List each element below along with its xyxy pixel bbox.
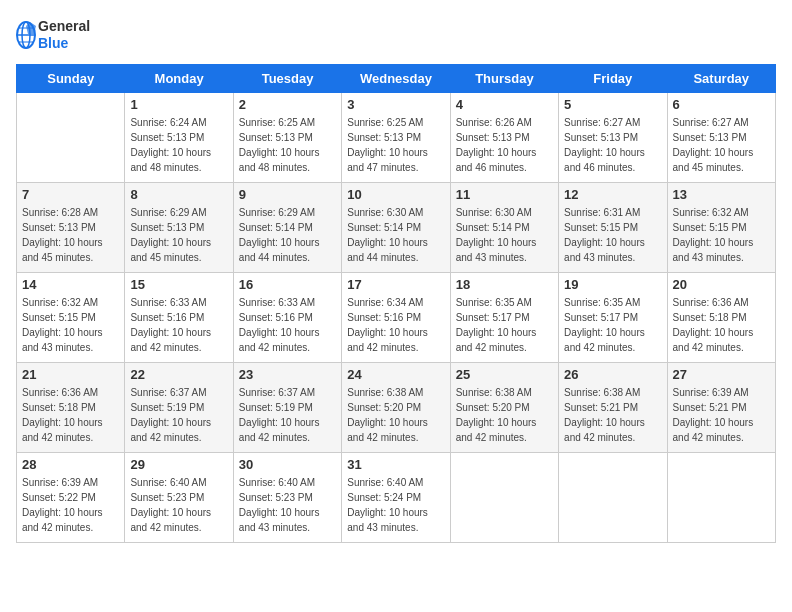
calendar-cell	[667, 453, 775, 543]
day-number: 17	[347, 277, 444, 292]
day-number: 16	[239, 277, 336, 292]
day-number: 6	[673, 97, 770, 112]
day-number: 19	[564, 277, 661, 292]
calendar-week-row: 28Sunrise: 6:39 AMSunset: 5:22 PMDayligh…	[17, 453, 776, 543]
day-info: Sunrise: 6:32 AMSunset: 5:15 PMDaylight:…	[22, 295, 119, 355]
day-number: 7	[22, 187, 119, 202]
day-info: Sunrise: 6:39 AMSunset: 5:21 PMDaylight:…	[673, 385, 770, 445]
weekday-header-friday: Friday	[559, 65, 667, 93]
day-number: 14	[22, 277, 119, 292]
day-info: Sunrise: 6:38 AMSunset: 5:21 PMDaylight:…	[564, 385, 661, 445]
calendar-cell: 27Sunrise: 6:39 AMSunset: 5:21 PMDayligh…	[667, 363, 775, 453]
day-info: Sunrise: 6:35 AMSunset: 5:17 PMDaylight:…	[456, 295, 553, 355]
day-info: Sunrise: 6:33 AMSunset: 5:16 PMDaylight:…	[239, 295, 336, 355]
calendar-cell: 8Sunrise: 6:29 AMSunset: 5:13 PMDaylight…	[125, 183, 233, 273]
day-info: Sunrise: 6:27 AMSunset: 5:13 PMDaylight:…	[673, 115, 770, 175]
day-info: Sunrise: 6:40 AMSunset: 5:23 PMDaylight:…	[239, 475, 336, 535]
day-number: 5	[564, 97, 661, 112]
weekday-header-saturday: Saturday	[667, 65, 775, 93]
day-info: Sunrise: 6:37 AMSunset: 5:19 PMDaylight:…	[239, 385, 336, 445]
day-info: Sunrise: 6:25 AMSunset: 5:13 PMDaylight:…	[347, 115, 444, 175]
day-number: 13	[673, 187, 770, 202]
day-number: 1	[130, 97, 227, 112]
calendar-cell: 29Sunrise: 6:40 AMSunset: 5:23 PMDayligh…	[125, 453, 233, 543]
day-number: 21	[22, 367, 119, 382]
calendar-cell: 25Sunrise: 6:38 AMSunset: 5:20 PMDayligh…	[450, 363, 558, 453]
calendar-cell: 16Sunrise: 6:33 AMSunset: 5:16 PMDayligh…	[233, 273, 341, 363]
calendar-cell	[17, 93, 125, 183]
weekday-header-tuesday: Tuesday	[233, 65, 341, 93]
day-info: Sunrise: 6:29 AMSunset: 5:14 PMDaylight:…	[239, 205, 336, 265]
weekday-header-sunday: Sunday	[17, 65, 125, 93]
calendar-cell: 31Sunrise: 6:40 AMSunset: 5:24 PMDayligh…	[342, 453, 450, 543]
calendar-cell: 22Sunrise: 6:37 AMSunset: 5:19 PMDayligh…	[125, 363, 233, 453]
day-number: 11	[456, 187, 553, 202]
day-number: 15	[130, 277, 227, 292]
logo-blue: Blue	[38, 35, 90, 52]
day-number: 8	[130, 187, 227, 202]
day-number: 23	[239, 367, 336, 382]
day-info: Sunrise: 6:40 AMSunset: 5:24 PMDaylight:…	[347, 475, 444, 535]
calendar-cell: 23Sunrise: 6:37 AMSunset: 5:19 PMDayligh…	[233, 363, 341, 453]
logo-globe-icon	[16, 16, 36, 54]
day-info: Sunrise: 6:24 AMSunset: 5:13 PMDaylight:…	[130, 115, 227, 175]
logo: General Blue	[16, 16, 90, 54]
day-number: 28	[22, 457, 119, 472]
day-info: Sunrise: 6:27 AMSunset: 5:13 PMDaylight:…	[564, 115, 661, 175]
header: General Blue	[16, 16, 776, 54]
day-number: 18	[456, 277, 553, 292]
calendar-cell: 2Sunrise: 6:25 AMSunset: 5:13 PMDaylight…	[233, 93, 341, 183]
calendar-cell: 11Sunrise: 6:30 AMSunset: 5:14 PMDayligh…	[450, 183, 558, 273]
weekday-header-wednesday: Wednesday	[342, 65, 450, 93]
day-info: Sunrise: 6:38 AMSunset: 5:20 PMDaylight:…	[347, 385, 444, 445]
day-number: 24	[347, 367, 444, 382]
calendar-cell: 28Sunrise: 6:39 AMSunset: 5:22 PMDayligh…	[17, 453, 125, 543]
calendar-cell: 5Sunrise: 6:27 AMSunset: 5:13 PMDaylight…	[559, 93, 667, 183]
calendar-cell: 7Sunrise: 6:28 AMSunset: 5:13 PMDaylight…	[17, 183, 125, 273]
day-info: Sunrise: 6:39 AMSunset: 5:22 PMDaylight:…	[22, 475, 119, 535]
day-info: Sunrise: 6:30 AMSunset: 5:14 PMDaylight:…	[347, 205, 444, 265]
calendar-cell: 20Sunrise: 6:36 AMSunset: 5:18 PMDayligh…	[667, 273, 775, 363]
calendar-week-row: 21Sunrise: 6:36 AMSunset: 5:18 PMDayligh…	[17, 363, 776, 453]
day-number: 29	[130, 457, 227, 472]
day-number: 20	[673, 277, 770, 292]
day-info: Sunrise: 6:30 AMSunset: 5:14 PMDaylight:…	[456, 205, 553, 265]
weekday-header-monday: Monday	[125, 65, 233, 93]
calendar-cell: 14Sunrise: 6:32 AMSunset: 5:15 PMDayligh…	[17, 273, 125, 363]
calendar-table: SundayMondayTuesdayWednesdayThursdayFrid…	[16, 64, 776, 543]
day-info: Sunrise: 6:28 AMSunset: 5:13 PMDaylight:…	[22, 205, 119, 265]
day-number: 4	[456, 97, 553, 112]
calendar-cell: 19Sunrise: 6:35 AMSunset: 5:17 PMDayligh…	[559, 273, 667, 363]
day-info: Sunrise: 6:40 AMSunset: 5:23 PMDaylight:…	[130, 475, 227, 535]
calendar-cell: 6Sunrise: 6:27 AMSunset: 5:13 PMDaylight…	[667, 93, 775, 183]
calendar-cell: 24Sunrise: 6:38 AMSunset: 5:20 PMDayligh…	[342, 363, 450, 453]
day-number: 27	[673, 367, 770, 382]
calendar-cell: 26Sunrise: 6:38 AMSunset: 5:21 PMDayligh…	[559, 363, 667, 453]
day-number: 10	[347, 187, 444, 202]
day-info: Sunrise: 6:37 AMSunset: 5:19 PMDaylight:…	[130, 385, 227, 445]
day-number: 9	[239, 187, 336, 202]
calendar-cell: 18Sunrise: 6:35 AMSunset: 5:17 PMDayligh…	[450, 273, 558, 363]
calendar-cell: 10Sunrise: 6:30 AMSunset: 5:14 PMDayligh…	[342, 183, 450, 273]
day-info: Sunrise: 6:33 AMSunset: 5:16 PMDaylight:…	[130, 295, 227, 355]
calendar-cell	[450, 453, 558, 543]
logo-text: General Blue	[38, 18, 90, 52]
calendar-cell: 12Sunrise: 6:31 AMSunset: 5:15 PMDayligh…	[559, 183, 667, 273]
day-info: Sunrise: 6:38 AMSunset: 5:20 PMDaylight:…	[456, 385, 553, 445]
day-number: 31	[347, 457, 444, 472]
calendar-cell: 4Sunrise: 6:26 AMSunset: 5:13 PMDaylight…	[450, 93, 558, 183]
logo-general: General	[38, 18, 90, 35]
calendar-cell: 15Sunrise: 6:33 AMSunset: 5:16 PMDayligh…	[125, 273, 233, 363]
calendar-cell: 9Sunrise: 6:29 AMSunset: 5:14 PMDaylight…	[233, 183, 341, 273]
calendar-cell: 17Sunrise: 6:34 AMSunset: 5:16 PMDayligh…	[342, 273, 450, 363]
day-number: 12	[564, 187, 661, 202]
calendar-week-row: 14Sunrise: 6:32 AMSunset: 5:15 PMDayligh…	[17, 273, 776, 363]
day-info: Sunrise: 6:34 AMSunset: 5:16 PMDaylight:…	[347, 295, 444, 355]
day-number: 2	[239, 97, 336, 112]
day-number: 26	[564, 367, 661, 382]
day-info: Sunrise: 6:31 AMSunset: 5:15 PMDaylight:…	[564, 205, 661, 265]
day-info: Sunrise: 6:29 AMSunset: 5:13 PMDaylight:…	[130, 205, 227, 265]
day-info: Sunrise: 6:26 AMSunset: 5:13 PMDaylight:…	[456, 115, 553, 175]
logo-container: General Blue	[16, 16, 90, 54]
day-number: 30	[239, 457, 336, 472]
